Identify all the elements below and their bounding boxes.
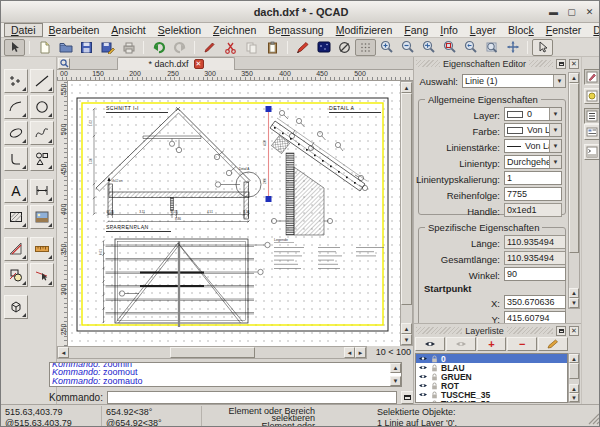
scroll-down-icon[interactable]: ▼ [569, 298, 579, 308]
horizontal-scrollbar[interactable]: ◄ ◄ ► [57, 346, 367, 359]
remove-layer-button[interactable]: − [507, 337, 537, 351]
layer-row-gruen[interactable]: GRUEN [416, 372, 567, 381]
close-panel-icon[interactable]: ✕ [569, 59, 579, 69]
scroll-right-icon[interactable]: ► [355, 347, 366, 358]
grid-toggle-button[interactable] [355, 39, 376, 56]
lineweight-combobox[interactable]: Von La▼ [504, 139, 562, 153]
scroll-down-icon[interactable]: ▼ [569, 393, 579, 402]
dock-handle[interactable] [529, 60, 553, 67]
tool-circle[interactable] [30, 95, 54, 119]
draft-mode-button[interactable] [334, 39, 355, 56]
scroll-down-icon[interactable]: ▼ [390, 376, 401, 386]
zoom-out-button[interactable] [397, 39, 418, 56]
horizontal-scroll-thumb[interactable] [170, 347, 255, 358]
tool-isometric-box[interactable] [4, 295, 28, 319]
background-color-button[interactable] [313, 39, 334, 56]
add-layer-button[interactable]: + [477, 337, 507, 351]
drawing-preferences-button[interactable] [292, 39, 313, 56]
vertical-scroll-thumb[interactable] [401, 93, 412, 305]
save-button[interactable] [76, 39, 97, 56]
scroll-up-icon[interactable]: ▲ [401, 323, 412, 334]
pointer-tool-button[interactable] [4, 39, 25, 56]
tool-image[interactable] [30, 205, 54, 229]
menu-bearbeiten[interactable]: Bearbeiten [43, 23, 106, 37]
command-history[interactable]: Kommando: zoomin Kommando: zoomout Komma… [49, 362, 402, 387]
menu-datei[interactable]: Datei [4, 23, 43, 37]
save-as-button[interactable] [97, 39, 118, 56]
menu-info[interactable]: Info [434, 23, 464, 37]
tool-shapes[interactable] [30, 147, 54, 171]
edit-layer-button[interactable] [538, 337, 568, 351]
paste-button[interactable] [262, 39, 283, 56]
close-panel-icon[interactable]: ✕ [569, 326, 579, 336]
menu-layer[interactable]: Layer [464, 23, 502, 37]
tool-arc[interactable] [4, 95, 28, 119]
close-icon[interactable]: ✕ [582, 5, 597, 19]
toggle-layer-list-button[interactable] [584, 108, 600, 124]
tool-ellipse[interactable] [4, 121, 28, 145]
menu-fang[interactable]: Fang [398, 23, 434, 37]
selection-pointer-button[interactable] [532, 39, 553, 56]
layer-row-tusche35[interactable]: TUSCHE_35 [416, 390, 567, 399]
toggle-property-editor-button[interactable] [584, 69, 600, 85]
dock-handle[interactable] [507, 327, 553, 334]
menu-diverses[interactable]: Diverses [587, 23, 600, 37]
drawing-canvas[interactable]: SCHNITT I-I 8x12 cm [68, 81, 400, 346]
layer-list-scrollbar[interactable]: ▲ ▲ ▼ [568, 353, 580, 403]
linetype-scale-field[interactable]: 1 [504, 171, 562, 185]
scroll-up-icon[interactable]: ▲ [569, 73, 579, 83]
tool-text[interactable]: A [4, 179, 28, 203]
x-field[interactable]: 350.670636 [504, 295, 566, 309]
hide-all-layers-button[interactable] [446, 337, 476, 351]
scroll-up-icon[interactable]: ▲ [390, 363, 401, 373]
linetype-combobox[interactable]: Durchgehend▼ [504, 155, 562, 169]
tool-polyline[interactable] [4, 147, 28, 171]
scroll-left-icon[interactable]: ◄ [58, 347, 69, 358]
scroll-down-icon[interactable]: ▼ [401, 334, 412, 345]
tab-list-button[interactable] [58, 58, 70, 69]
tab-dach-dxf[interactable]: * dach.dxf ✕ [117, 57, 235, 70]
layer-row-rot[interactable]: ROT [416, 381, 567, 390]
undo-button[interactable] [148, 39, 169, 56]
tool-points[interactable] [4, 69, 28, 93]
selected-line[interactable]: 4.50 2.00 [263, 106, 272, 202]
tool-measure[interactable] [4, 237, 28, 261]
history-scrollbar[interactable]: ▲ ▼ [390, 363, 401, 386]
tool-hatch[interactable] [4, 205, 28, 229]
property-editor-titlebar[interactable]: Eigenschaften Editor ✕ [414, 57, 581, 70]
cut-button[interactable] [220, 39, 241, 56]
scroll-up-icon[interactable]: ▲ [569, 288, 579, 298]
layer-row-blau[interactable]: BLAU [416, 363, 567, 372]
dock-handle[interactable] [416, 60, 440, 67]
tool-modify[interactable] [4, 263, 28, 287]
scroll-up-icon[interactable]: ▲ [401, 82, 412, 93]
menu-fenster[interactable]: Fenster [540, 23, 588, 37]
float-panel-icon[interactable] [556, 59, 566, 69]
minimize-icon[interactable]: ▬ [546, 5, 561, 19]
property-panel-scrollbar[interactable]: ▲ ▲ ▼ [568, 72, 580, 309]
color-combobox[interactable]: Von Lay▼ [504, 123, 562, 137]
tool-dimension[interactable] [30, 179, 54, 203]
layer-row-tusche50[interactable]: TUSCHE_50 [416, 399, 567, 403]
tab-close-icon[interactable]: ✕ [194, 59, 204, 69]
edit-pen-button[interactable] [199, 39, 220, 56]
zoom-auto-button[interactable] [418, 39, 439, 56]
scroll-left-icon[interactable]: ◄ [344, 347, 355, 358]
layer-combobox[interactable]: 0▼ [504, 107, 562, 121]
float-panel-icon[interactable] [556, 326, 566, 336]
y-field[interactable]: 415.60794 [504, 311, 566, 323]
order-field[interactable]: 7755 [504, 187, 562, 201]
tool-line[interactable] [30, 69, 54, 93]
zoom-selection-button[interactable] [481, 39, 502, 56]
tool-select-entity[interactable] [30, 263, 54, 287]
toggle-block-list-button[interactable] [584, 124, 600, 140]
open-file-button[interactable] [55, 39, 76, 56]
print-button[interactable] [118, 39, 139, 56]
redo-button[interactable] [169, 39, 190, 56]
endpoint-handle[interactable] [266, 106, 272, 112]
angle-field[interactable]: 90 [504, 267, 566, 281]
show-all-layers-button[interactable] [415, 337, 445, 351]
zoom-previous-button[interactable] [460, 39, 481, 56]
menu-zeichnen[interactable]: Zeichnen [207, 23, 262, 37]
title-bar[interactable]: dach.dxf * - QCAD ▬ ▢ ✕ [1, 1, 600, 23]
